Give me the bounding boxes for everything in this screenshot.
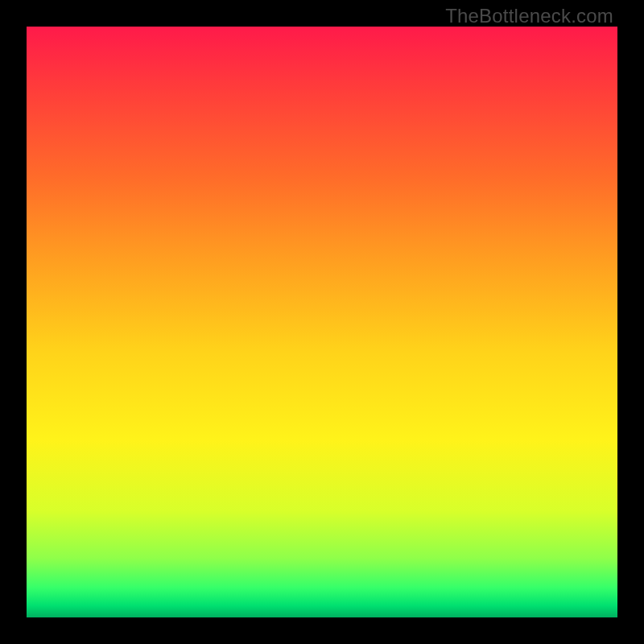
plot-area [27,27,617,617]
chart-frame: TheBottleneck.com [0,0,644,644]
watermark-text: TheBottleneck.com [445,5,613,27]
heat-gradient-background [27,27,617,617]
